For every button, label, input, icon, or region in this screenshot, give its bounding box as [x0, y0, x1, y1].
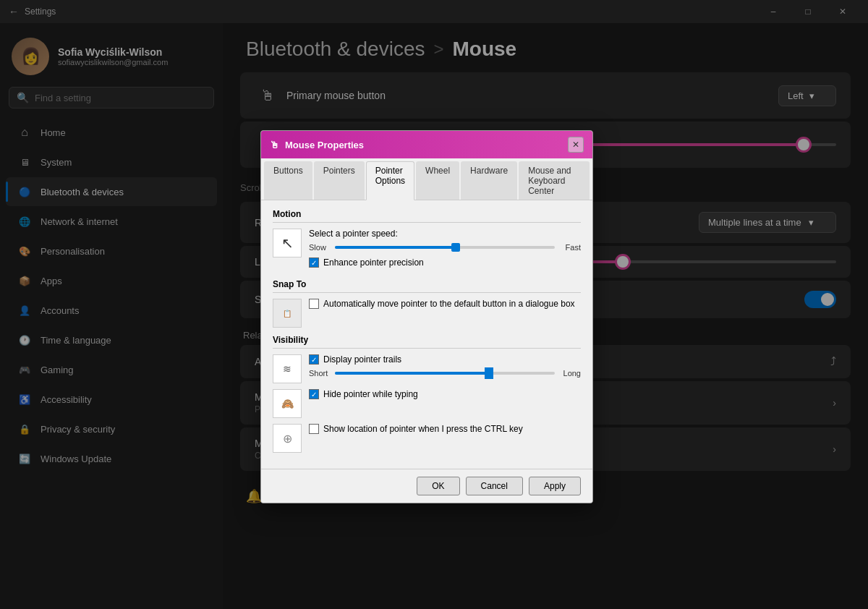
motion-cursor-icon: ↖ [281, 234, 294, 252]
tab-wheel[interactable]: Wheel [416, 161, 459, 200]
dialog-body: Motion ↖ Select a pointer speed: Slow [261, 200, 592, 469]
visibility-title: Visibility [273, 335, 581, 349]
trails-slider-row[interactable]: Short Long [309, 369, 581, 378]
enhance-precision-row[interactable]: ✓ Enhance pointer precision [309, 257, 581, 268]
fast-label: Fast [561, 243, 581, 252]
show-ctrl-controls: Show location of pointer when I press th… [309, 424, 581, 437]
speed-slider-track[interactable] [335, 246, 555, 249]
snap-icon: 📋 [283, 310, 292, 318]
hide-pointer-row[interactable]: ✓ Hide pointer while typing [309, 389, 581, 399]
tab-pointers[interactable]: Pointers [314, 161, 365, 200]
hide-pointer-controls: ✓ Hide pointer while typing [309, 389, 581, 402]
display-trails-row[interactable]: ✓ Display pointer trails [309, 354, 581, 365]
tab-hardware[interactable]: Hardware [461, 161, 517, 200]
auto-snap-row[interactable]: Automatically move pointer to the defaul… [309, 299, 581, 309]
hide-pointer-icon: 🙈 [281, 398, 294, 409]
checkmark-icon: ✓ [311, 356, 317, 364]
tab-pointer-options[interactable]: Pointer Options [366, 161, 414, 200]
dialog-title: 🖱 Mouse Properties [270, 140, 364, 150]
snap-controls: Automatically move pointer to the defaul… [309, 299, 581, 312]
motion-section-title: Motion [273, 209, 581, 223]
dialog-titlebar: 🖱 Mouse Properties ✕ [261, 131, 592, 158]
show-ctrl-icon-box: ⊕ [273, 424, 302, 453]
slow-label: Slow [309, 243, 329, 252]
checkmark-icon: ✓ [311, 391, 317, 399]
apply-button[interactable]: Apply [529, 477, 581, 495]
show-ctrl-row[interactable]: Show location of pointer when I press th… [309, 424, 581, 434]
pointer-trails-icon-box: ≋ [273, 354, 302, 383]
short-label: Short [309, 369, 329, 378]
snap-to-section: Snap To 📋 Automatically move pointer to … [273, 279, 581, 328]
show-ctrl-checkbox[interactable] [309, 424, 319, 434]
show-ctrl-area: ⊕ Show location of pointer when I press … [273, 424, 581, 453]
hide-pointer-icon-box: 🙈 [273, 389, 302, 418]
speed-slider-thumb [451, 243, 460, 252]
snap-to-area: 📋 Automatically move pointer to the defa… [273, 299, 581, 328]
trails-controls: ✓ Display pointer trails Short Long [309, 354, 581, 382]
dialog-footer: OK Cancel Apply [261, 469, 592, 503]
auto-snap-label: Automatically move pointer to the defaul… [323, 299, 575, 309]
motion-area: ↖ Select a pointer speed: Slow Fast [273, 229, 581, 271]
snap-icon-box: 📋 [273, 299, 302, 328]
trails-slider-track[interactable] [335, 372, 555, 375]
enhance-precision-label: Enhance pointer precision [323, 257, 424, 268]
long-label: Long [561, 369, 581, 378]
enhance-precision-checkbox[interactable]: ✓ [309, 257, 319, 268]
tab-buttons[interactable]: Buttons [264, 161, 312, 200]
display-trails-checkbox[interactable]: ✓ [309, 354, 319, 365]
speed-slider-row[interactable]: Slow Fast [309, 243, 581, 252]
speed-slider-fill [335, 246, 456, 249]
hide-pointer-label: Hide pointer while typing [323, 389, 418, 399]
trails-icon: ≋ [283, 363, 292, 375]
dialog-tabs: Buttons Pointers Pointer Options Wheel H… [261, 158, 592, 200]
dialog-mouse-icon: 🖱 [270, 140, 279, 150]
show-ctrl-label: Show location of pointer when I press th… [323, 424, 523, 434]
motion-section: Motion ↖ Select a pointer speed: Slow [273, 209, 581, 271]
auto-snap-checkbox[interactable] [309, 299, 319, 309]
visibility-section: Visibility ≋ ✓ Display pointer trails [273, 335, 581, 453]
show-ctrl-icon: ⊕ [283, 432, 292, 446]
mouse-properties-dialog: 🖱 Mouse Properties ✕ Buttons Pointers Po… [260, 130, 593, 503]
dialog-close-button[interactable]: ✕ [568, 137, 584, 153]
hide-pointer-checkbox[interactable]: ✓ [309, 389, 319, 399]
cancel-button[interactable]: Cancel [466, 477, 523, 495]
snap-to-title: Snap To [273, 279, 581, 293]
display-trails-label: Display pointer trails [323, 354, 401, 365]
pointer-trails-area: ≋ ✓ Display pointer trails Short [273, 354, 581, 383]
motion-controls: Select a pointer speed: Slow Fast ✓ [309, 229, 581, 271]
motion-icon-box: ↖ [273, 229, 302, 257]
hide-pointer-area: 🙈 ✓ Hide pointer while typing [273, 389, 581, 418]
ok-button[interactable]: OK [417, 477, 459, 495]
speed-label: Select a pointer speed: [309, 229, 581, 239]
trails-slider-fill [335, 372, 489, 375]
tab-mouse-keyboard[interactable]: Mouse and Keyboard Center [519, 161, 590, 200]
trails-slider-thumb [485, 367, 493, 379]
dialog-overlay: 🖱 Mouse Properties ✕ Buttons Pointers Po… [0, 0, 868, 609]
checkmark-icon: ✓ [311, 259, 317, 267]
